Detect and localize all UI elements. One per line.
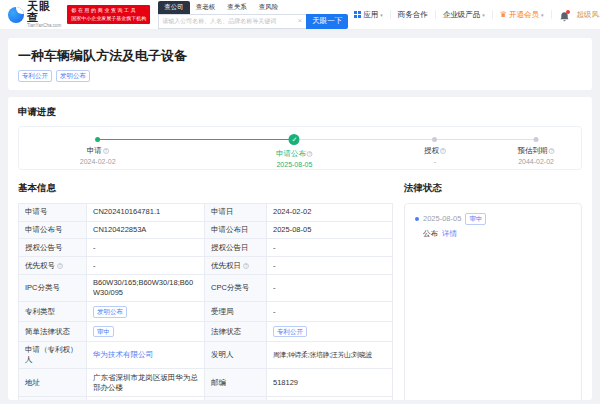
chevron-down-icon: ▾	[380, 12, 383, 18]
top-header: 天眼查 TianYanCha.com 都在用的商业查询工具 国家中小企业发展子基…	[0, 0, 600, 30]
chevron-down-icon: ▾	[541, 12, 544, 18]
basic-info-table: 申请号 CN202410164781.1 申请日 2024-02-02 申请公布…	[18, 203, 393, 400]
logo-text: 天眼查	[27, 1, 61, 23]
nav-divider	[435, 10, 436, 19]
nav-vip-upgrade[interactable]: ♛ 开通会员 ▾	[500, 10, 544, 20]
progress-timeline: 申请 2024-02-02 ✓ 申请公布 2025-08-05 授权 - 预估到…	[18, 126, 582, 170]
legal-status-section: 法律状态 2025-08-05 审中 公布 详情	[404, 182, 582, 400]
table-row: 简单法律状态 审中 法律状态 专利公开	[19, 322, 393, 342]
legal-status-action: 公布	[423, 229, 438, 239]
search-area: 查公司 查老板 查关系 查风险 × 天眼一下	[158, 1, 348, 29]
nav-divider	[551, 10, 552, 19]
search-tabs: 查公司 查老板 查关系 查风险	[158, 1, 348, 14]
page: 天眼查 TianYanCha.com 都在用的商业查询工具 国家中小企业发展子基…	[0, 0, 600, 404]
help-icon[interactable]	[307, 151, 313, 157]
table-row: 地址 广东省深圳市龙岗区坂田华为总部办公楼 邮编 518129	[19, 369, 393, 397]
nav-business-cooperation[interactable]: 商务合作	[398, 10, 428, 20]
notification-bell-icon[interactable]	[559, 9, 570, 21]
table-row: 申请（专利权）人 华为技术有限公司 发明人 周津;钟诗柔;张培静;汪芳山;刘晓波	[19, 341, 393, 369]
tab-boss[interactable]: 查老板	[190, 1, 222, 14]
nav-enterprise-products[interactable]: 企业级产品 ▾	[443, 10, 485, 20]
patent-title: 一种车辆编队方法及电子设备	[18, 47, 582, 65]
promo-badge: 都在用的商业查询工具 国家中小企业发展子基金旗下机构	[67, 5, 150, 24]
basic-info-section: 基本信息 申请号 CN202410164781.1 申请日 2024-02-02…	[18, 182, 392, 400]
table-row: 申请号 CN202410164781.1 申请日 2024-02-02	[19, 203, 393, 221]
legal-status-entry-tag: 审中	[465, 213, 486, 225]
step-dot-done	[95, 137, 100, 142]
step-publication: ✓ 申请公布 2025-08-05	[276, 135, 313, 168]
tab-risk[interactable]: 查风险	[253, 1, 285, 14]
patent-detail-card: 申请进度 申请 2024-02-02 ✓ 申请公布 2025-08-05 授权	[8, 97, 592, 400]
legal-status-card: 2025-08-05 审中 公布 详情	[404, 203, 582, 400]
applicant-link[interactable]: 华为技术有限公司	[93, 350, 153, 359]
help-icon[interactable]	[103, 148, 109, 154]
promo-line2: 国家中小企业发展子基金旗下机构	[71, 15, 146, 23]
step-grant: 授权 -	[424, 135, 446, 165]
step-dot-pending	[534, 137, 539, 142]
step-apply: 申请 2024-02-02	[80, 135, 116, 165]
timeline-bullet	[415, 217, 419, 221]
tab-relation[interactable]: 查关系	[221, 1, 253, 14]
nav-user-menu[interactable]: 超级风... ▾	[577, 10, 600, 20]
search-box: ×	[158, 14, 306, 29]
check-circle-icon: ✓	[289, 134, 300, 145]
table-row: 申请公布号 CN120422853A 申请公布日 2025-08-05	[19, 221, 393, 239]
help-icon[interactable]	[57, 263, 63, 269]
tianyancha-logo-icon	[8, 7, 24, 23]
notification-dot	[566, 10, 570, 14]
nav-apps[interactable]: 应用 ▾	[354, 10, 383, 20]
promo-line1: 都在用的商业查询工具	[71, 7, 146, 15]
chevron-down-icon: ▾	[482, 12, 485, 18]
apps-grid-icon	[354, 11, 361, 18]
timeline-track-done	[98, 139, 295, 140]
clear-icon[interactable]: ×	[297, 17, 304, 25]
crown-icon: ♛	[500, 11, 507, 19]
search-button[interactable]: 天眼一下	[306, 14, 348, 29]
table-row: IPC分类号 B60W30/165;B60W30/18;B60W30/095 C…	[19, 274, 393, 302]
help-icon[interactable]	[549, 148, 555, 154]
tianyancha-logo[interactable]: 天眼查 TianYanCha.com	[8, 1, 61, 29]
legal-status-date: 2025-08-05	[423, 214, 461, 223]
step-dot-pending	[432, 137, 437, 142]
patent-tag-invention: 发明公布	[56, 70, 90, 82]
top-nav: 应用 ▾ 商务合作 企业级产品 ▾ ♛ 开通会员 ▾	[354, 9, 600, 21]
step-estimated-expiry: 预估到期 2044-02-02	[518, 135, 555, 165]
inventors-value: 周津;钟诗柔;张培静;汪芳山;刘晓波	[267, 341, 393, 369]
legal-status-detail-link[interactable]: 详情	[442, 229, 457, 239]
table-row: 优先权号 - 优先权日 -	[19, 257, 393, 275]
logo-domain: TianYanCha.com	[27, 24, 61, 29]
progress-heading: 申请进度	[18, 106, 582, 119]
patent-type-tag: 发明公布	[93, 306, 127, 318]
table-row: 专利类型 发明公布 受理局 -	[19, 302, 393, 322]
patent-tag-public: 专利公开	[18, 70, 52, 82]
search-input[interactable]	[162, 18, 296, 24]
patent-title-card: 一种车辆编队方法及电子设备 专利公开 发明公布	[8, 38, 592, 90]
legal-status-tag: 专利公开	[273, 326, 307, 338]
legal-status-heading: 法律状态	[404, 182, 582, 195]
simple-legal-status-tag: 审中	[93, 326, 114, 338]
main-content: 一种车辆编队方法及电子设备 专利公开 发明公布 申请进度 申请 2024-02-…	[0, 30, 600, 404]
nav-divider	[390, 10, 391, 19]
help-icon[interactable]	[440, 148, 446, 154]
table-row: 代理机构 北京同达信恒知识产权代理有限公司 代理人 -	[19, 396, 393, 400]
tab-company[interactable]: 查公司	[158, 1, 190, 14]
help-icon[interactable]	[243, 263, 249, 269]
table-row: 授权公告号 - 授权公告日 -	[19, 239, 393, 257]
basic-info-heading: 基本信息	[18, 182, 392, 195]
nav-divider	[492, 10, 493, 19]
